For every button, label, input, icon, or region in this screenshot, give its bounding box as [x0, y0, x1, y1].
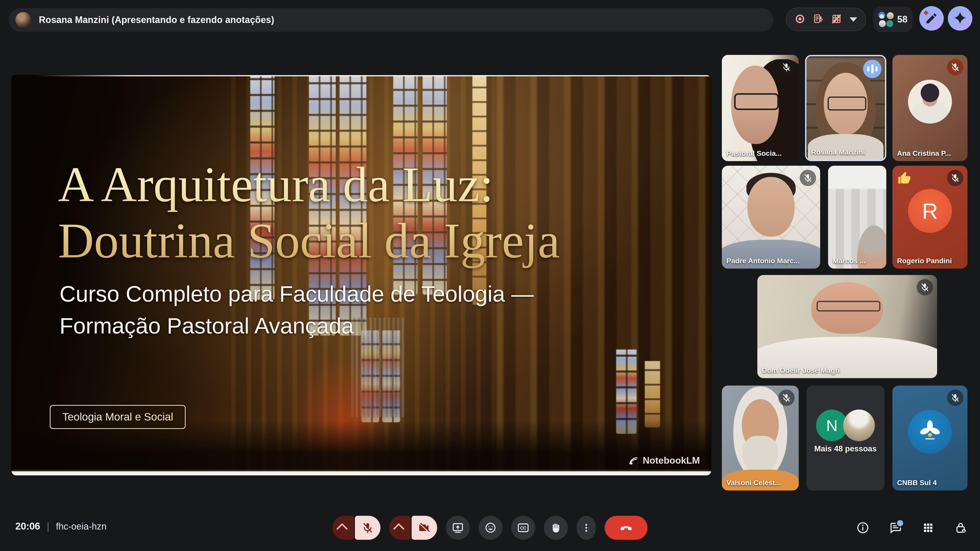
- present-button[interactable]: [446, 516, 470, 540]
- tile-marcos[interactable]: Marcos ...: [828, 166, 886, 269]
- camera-off-button[interactable]: [412, 516, 437, 540]
- participant-count: 58: [897, 14, 907, 25]
- participant-name: Rogerio Pandini: [897, 257, 952, 265]
- raise-hand-icon: [550, 522, 562, 533]
- mic-off-icon: [800, 170, 816, 186]
- participant-name: Padre Antonio Marc...: [727, 257, 800, 265]
- mic-off-icon: [361, 522, 374, 534]
- mic-options-button[interactable]: [332, 516, 354, 540]
- pencil-icon: [925, 12, 938, 25]
- participant-name: Marcos ...: [833, 257, 865, 265]
- meeting-code: fhc-oeia-hzn: [56, 521, 107, 532]
- call-controls: CC: [332, 516, 648, 540]
- slide-title: A Arquitetura da Luz: Doutrina Social da…: [58, 156, 560, 269]
- host-controls-button[interactable]: [954, 521, 968, 535]
- more-vertical-icon: [581, 523, 591, 533]
- apps-grid-icon: [922, 521, 935, 534]
- mic-mute-button[interactable]: [355, 516, 380, 540]
- tile-ana-cristina[interactable]: Ana Cristina P...: [892, 55, 967, 161]
- meeting-details-button[interactable]: [856, 521, 870, 535]
- slide-badge: Teologia Moral e Social: [50, 405, 186, 429]
- presenter-avatar: [15, 12, 31, 28]
- avatar: [908, 80, 952, 124]
- captions-button[interactable]: CC: [511, 516, 535, 540]
- end-call-button[interactable]: [605, 516, 648, 540]
- raise-hand-button[interactable]: [544, 516, 568, 540]
- presenter-banner[interactable]: Rosana Manzini (Apresentando e fazendo a…: [9, 8, 773, 32]
- notebooklm-logo-icon: [628, 455, 639, 466]
- participant-video: [828, 166, 886, 269]
- notebooklm-watermark: NotebookLM: [628, 455, 700, 466]
- participant-name: Rosana Manzini: [811, 148, 865, 156]
- bottom-right-panel-buttons: [856, 521, 968, 535]
- participant-name: CNBB Sul 4: [897, 479, 937, 487]
- sparkle-icon: [953, 11, 967, 26]
- tile-dom-odelir[interactable]: Dom Odelir José Magri: [757, 275, 937, 378]
- tile-pastoral-social[interactable]: Pastoral Socia...: [722, 55, 799, 161]
- tile-rosana-manzini[interactable]: Rosana Manzini: [805, 55, 886, 161]
- indicators-dropdown-caret[interactable]: [850, 18, 857, 22]
- chevron-up-icon: [393, 523, 404, 535]
- mic-off-icon: [917, 279, 933, 295]
- gemini-button[interactable]: [948, 6, 972, 31]
- avatar-letter: R: [908, 189, 952, 233]
- mic-off-icon: [947, 59, 963, 75]
- participant-name: Dom Odelir José Magri: [762, 366, 840, 374]
- mic-off-icon: [947, 170, 963, 186]
- participant-name: Pastoral Socia...: [727, 150, 781, 158]
- tile-cnbb-sul-4[interactable]: CNBB Sul 4: [892, 385, 967, 490]
- reactions-button[interactable]: [479, 516, 503, 540]
- tile-padre-antonio[interactable]: Padre Antonio Marc...: [722, 166, 820, 269]
- clock: 20:06: [15, 521, 40, 532]
- meet-window: Rosana Manzini (Apresentando e fazendo a…: [0, 0, 980, 551]
- captions-icon: CC: [517, 522, 529, 534]
- recording-indicator-icon: [795, 14, 805, 25]
- participant-name: Ana Cristina P...: [897, 150, 951, 158]
- participants-button[interactable]: 58: [873, 6, 913, 32]
- tile-valsoni[interactable]: Valsoni Celest...: [722, 385, 799, 490]
- speaking-indicator-icon: [863, 60, 881, 78]
- slide-subtitle: Curso Completo para Faculdade de Teologi…: [59, 278, 534, 342]
- mic-control: [332, 516, 380, 540]
- info-icon: [856, 521, 869, 534]
- meeting-info: 20:06 | fhc-oeia-hzn: [15, 521, 107, 532]
- overflow-count-label: Mais 48 pessoas: [807, 444, 885, 454]
- overflow-avatars: N Mais 48 pessoas: [807, 385, 885, 490]
- host-controls-lock-icon: [954, 521, 967, 534]
- mic-off-icon: [778, 59, 795, 75]
- camera-off-icon: [418, 522, 431, 534]
- chat-notification-dot: [896, 519, 904, 527]
- mic-off-icon: [778, 390, 795, 406]
- participant-name: Valsoni Celest...: [727, 479, 781, 487]
- smiley-icon: [484, 522, 496, 534]
- presentation-stage[interactable]: A Arquitetura da Luz: Doutrina Social da…: [11, 75, 711, 475]
- participant-video: [757, 275, 937, 378]
- mic-off-icon: [947, 390, 963, 406]
- transcript-indicator-icon: [813, 14, 824, 25]
- camera-control: [389, 516, 437, 540]
- more-options-button[interactable]: [577, 516, 596, 540]
- tile-overflow-participants[interactable]: N Mais 48 pessoas: [807, 385, 885, 490]
- activities-button[interactable]: [921, 521, 935, 535]
- camera-options-button[interactable]: [389, 516, 410, 540]
- thumbs-up-reaction-icon: [897, 170, 913, 187]
- presenter-label: Rosana Manzini (Apresentando e fazendo a…: [39, 14, 274, 25]
- participant-avatars-cluster: [878, 12, 894, 27]
- svg-text:CC: CC: [520, 526, 526, 530]
- slide-bottom-bar: [11, 471, 711, 475]
- cnbb-logo-icon: [908, 410, 952, 454]
- annotate-button[interactable]: [919, 6, 944, 31]
- present-screen-icon: [452, 522, 464, 534]
- call-end-icon: [619, 521, 633, 535]
- chat-button[interactable]: [889, 521, 902, 535]
- gridview-off-indicator-icon: [831, 14, 842, 25]
- session-indicators[interactable]: [786, 8, 866, 31]
- avatar: [843, 409, 875, 441]
- tile-rogerio-pandini[interactable]: R Rogerio Pandini: [892, 166, 967, 269]
- chevron-up-icon: [336, 523, 348, 535]
